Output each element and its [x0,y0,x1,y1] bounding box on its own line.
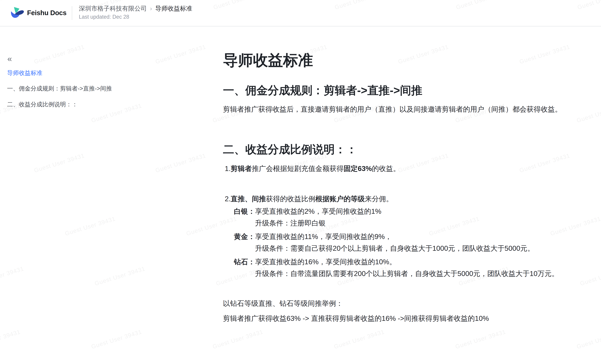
section-2-heading: 二、收益分成比例说明：： [223,142,357,157]
level-silver: 白银： 享受直推收益的2%，享受间推收益的1% 升级条件：注册即白银 [234,205,559,229]
section-1-heading: 一、佣金分成规则：剪辑者->直推->间推 [223,83,422,98]
app-header: Feishu Docs 深圳市格子科技有限公司 › 导师收益标准 Last up… [0,0,601,27]
example-line: 剪辑者推广获得收益63% -> 直推获得剪辑者收益的16% ->间推获得剪辑者收… [223,314,489,323]
level-diamond: 钻石： 享受直推收益的16%，享受间推收益的10%。 升级条件：自带流量团队需要… [234,256,559,279]
level-silver-benefit: 享受直推收益的2%，享受间推收益的1% [255,205,381,217]
header-divider [72,6,72,20]
item1-number: 1. [225,165,231,172]
level-list: 白银： 享受直推收益的2%，享受间推收益的1% 升级条件：注册即白银 黄金： 享… [234,205,559,281]
example-intro: 以钻石等级直推、钻石等级间推举例： [223,299,343,308]
level-gold: 黄金： 享受直推收益的11%，享受间推收益的9%， 升级条件：需要自己获得20个… [234,231,559,254]
chevron-right-icon: › [150,5,152,12]
level-gold-upgrade: 升级条件：需要自己获得20个以上剪辑者，自身收益大于1000元，团队收益大于50… [255,242,534,254]
level-silver-body: 享受直推收益的2%，享受间推收益的1% 升级条件：注册即白银 [255,205,381,229]
level-silver-upgrade: 升级条件：注册即白银 [255,217,381,229]
last-updated-label: Last updated: Dec 28 [79,14,129,20]
item1-bold-editor: 剪辑者 [231,165,252,172]
doc-title: 导师收益标准 [223,51,313,70]
level-diamond-benefit: 享受直推收益的16%，享受间推收益的10%。 [255,256,559,268]
level-gold-name: 黄金： [234,231,255,242]
item1-bold-rate: 固定63% [344,165,372,172]
level-gold-body: 享受直推收益的11%，享受间推收益的9%， 升级条件：需要自己获得20个以上剪辑… [255,231,534,254]
breadcrumb-company[interactable]: 深圳市格子科技有限公司 [79,4,147,13]
app-title: Feishu Docs [27,9,67,17]
list-item-2: 2.直推、间推获得的收益比例根据账户的等级来分佣。 [225,194,393,204]
level-diamond-body: 享受直推收益的16%，享受间推收益的10%。 升级条件：自带流量团队需要有200… [255,256,559,279]
feishu-logo-icon[interactable] [10,6,25,21]
item2-text: 获得的收益比例 [266,195,315,203]
doc-content: 导师收益标准 一、佣金分成规则：剪辑者->直推->间推 剪辑者推广获得收益后，直… [0,26,601,364]
item2-number: 2. [225,195,231,203]
level-diamond-upgrade: 升级条件：自带流量团队需要有200个以上剪辑者，自身收益大于5000元，团队收益… [255,268,559,279]
item2-bold-referrals: 直推、间推 [231,195,266,203]
section-1-paragraph: 剪辑者推广获得收益后，直接邀请剪辑者的用户（直推）以及间接邀请剪辑者的用户（间推… [223,105,562,114]
item1-text: 推广会根据短剧充值金额获得 [252,165,344,172]
list-item-1: 1.剪辑者推广会根据短剧充值金额获得固定63%的收益。 [225,164,400,173]
item2-bold-level: 根据账户的等级 [315,195,365,203]
item1-tail: 的收益。 [372,165,400,172]
level-gold-benefit: 享受直推收益的11%，享受间推收益的9%， [255,231,534,242]
level-silver-name: 白银： [234,205,255,217]
item2-tail: 来分佣。 [365,195,393,203]
level-diamond-name: 钻石： [234,256,255,268]
breadcrumb: 深圳市格子科技有限公司 › 导师收益标准 [79,4,192,13]
breadcrumb-doc-title[interactable]: 导师收益标准 [155,4,192,13]
